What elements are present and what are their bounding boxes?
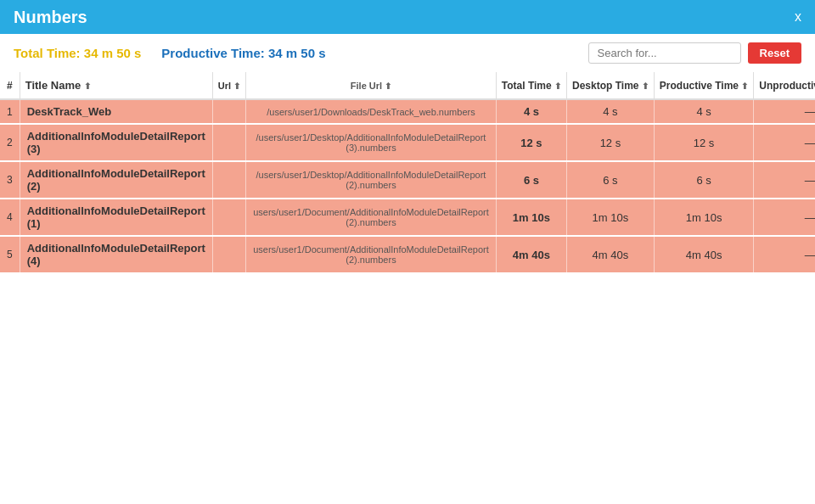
sort-icon-desktop: ⬆ [642, 81, 649, 91]
search-area: Reset [588, 42, 801, 64]
cell-productive: 4 s [654, 99, 753, 124]
cell-file: users/user1/Document/AdditionalInfoModul… [246, 236, 497, 273]
cell-file: users/user1/Document/AdditionalInfoModul… [246, 199, 497, 236]
table-row: 3AdditionallnfoModuleDetailReport (2)/us… [0, 161, 815, 199]
table-container: # Title Name ⬆ Url ⬆ File Url ⬆ Total Ti… [0, 72, 815, 500]
sort-icon-url: ⬆ [233, 81, 240, 91]
cell-url [212, 99, 245, 124]
cell-unproductive: — [754, 99, 815, 124]
cell-url [212, 199, 245, 236]
cell-num: 1 [0, 99, 20, 124]
th-desktop[interactable]: Desktop Time ⬆ [567, 72, 655, 99]
cell-url [212, 236, 245, 273]
cell-total: 4m 40s [496, 236, 566, 273]
productive-time-stat: Productive Time: 34 m 50 s [161, 46, 325, 60]
cell-desktop: 1m 10s [567, 199, 655, 236]
cell-total: 6 s [496, 161, 566, 199]
cell-num: 4 [0, 199, 20, 236]
table-row: 5AdditionallnfoModuleDetailReport (4)use… [0, 236, 815, 273]
activity-table: # Title Name ⬆ Url ⬆ File Url ⬆ Total Ti… [0, 72, 815, 274]
sort-icon-file: ⬆ [385, 81, 391, 91]
cell-num: 5 [0, 236, 20, 273]
cell-unproductive: — [754, 236, 815, 273]
th-url[interactable]: Url ⬆ [212, 72, 245, 99]
cell-productive: 12 s [654, 124, 753, 161]
cell-unproductive: — [754, 161, 815, 199]
sort-icon-title: ⬆ [84, 81, 91, 91]
cell-productive: 4m 40s [654, 236, 753, 273]
total-time-stat: Total Time: 34 m 50 s [14, 46, 141, 60]
cell-title: AdditionallnfoModuleDetailReport (4) [20, 236, 212, 273]
th-productive[interactable]: Productive Time ⬆ [654, 72, 753, 99]
sort-icon-total: ⬆ [554, 81, 561, 91]
cell-productive: 6 s [654, 161, 753, 199]
cell-title: AdditionallnfoModuleDetailReport (3) [20, 124, 212, 161]
cell-total: 12 s [496, 124, 566, 161]
cell-url [212, 161, 245, 199]
cell-desktop: 4 s [567, 99, 655, 124]
cell-file: /users/user1/Desktop/AdditionalInfoModul… [246, 161, 497, 199]
table-header-row: # Title Name ⬆ Url ⬆ File Url ⬆ Total Ti… [0, 72, 815, 99]
cell-unproductive: — [754, 199, 815, 236]
th-unproductive[interactable]: Unproductive Time ⬆ [754, 72, 815, 99]
cell-file: /users/user1/Desktop/AdditionalInfoModul… [246, 124, 497, 161]
th-file[interactable]: File Url ⬆ [246, 72, 497, 99]
th-num[interactable]: # [0, 72, 20, 99]
cell-unproductive: — [754, 124, 815, 161]
table-row: 2AdditionallnfoModuleDetailReport (3)/us… [0, 124, 815, 161]
cell-desktop: 12 s [567, 124, 655, 161]
th-title[interactable]: Title Name ⬆ [20, 72, 212, 99]
cell-title: AdditionallnfoModuleDetailReport (1) [20, 199, 212, 236]
th-total[interactable]: Total Time ⬆ [496, 72, 566, 99]
summary-bar: Total Time: 34 m 50 s Productive Time: 3… [0, 34, 815, 72]
app-title: Numbers [14, 8, 87, 27]
cell-url [212, 124, 245, 161]
cell-title: DeskTrack_Web [20, 99, 212, 124]
cell-file: /users/user1/Downloads/DeskTrack_web.num… [246, 99, 497, 124]
cell-total: 1m 10s [496, 199, 566, 236]
cell-num: 2 [0, 124, 20, 161]
search-input[interactable] [588, 42, 741, 64]
table-row: 4AdditionallnfoModuleDetailReport (1)use… [0, 199, 815, 236]
sort-icon-productive: ⬆ [741, 81, 748, 91]
cell-desktop: 6 s [567, 161, 655, 199]
title-bar: Numbers x [0, 0, 815, 34]
stats-area: Total Time: 34 m 50 s Productive Time: 3… [14, 46, 325, 60]
reset-button[interactable]: Reset [748, 42, 801, 64]
table-body: 1DeskTrack_Web/users/user1/Downloads/Des… [0, 99, 815, 273]
table-row: 1DeskTrack_Web/users/user1/Downloads/Des… [0, 99, 815, 124]
close-button[interactable]: x [795, 9, 801, 25]
cell-num: 3 [0, 161, 20, 199]
cell-title: AdditionallnfoModuleDetailReport (2) [20, 161, 212, 199]
cell-desktop: 4m 40s [567, 236, 655, 273]
cell-total: 4 s [496, 99, 566, 124]
cell-productive: 1m 10s [654, 199, 753, 236]
